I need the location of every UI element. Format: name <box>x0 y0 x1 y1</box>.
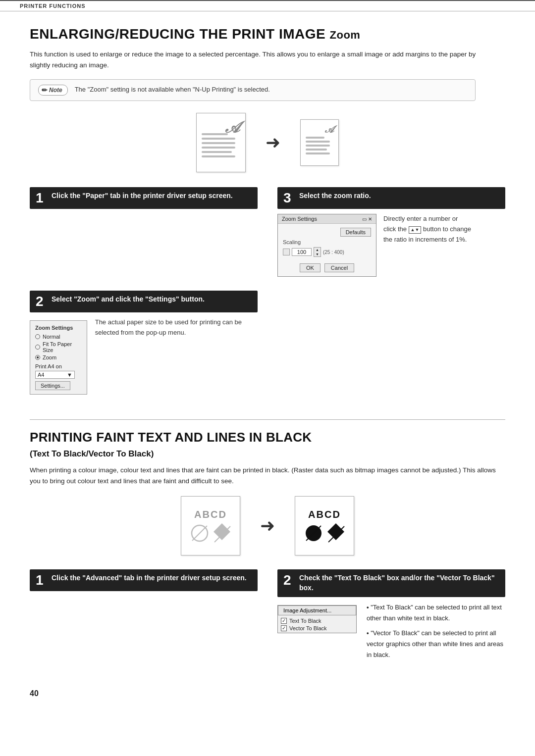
doc-line <box>306 137 324 139</box>
svg-rect-6 <box>327 523 344 540</box>
print-label: Print A4 on <box>35 363 82 369</box>
range-text: (25 : 400) <box>323 250 344 255</box>
note-box: ✏ Note The "Zoom" setting is not availab… <box>30 79 476 101</box>
zoom-dialog-title: Zoom Settings <box>282 216 317 222</box>
step3-description: Directly enter a number or click the ▲▼ … <box>383 214 471 245</box>
step1-title: Click the "Paper" tab in the printer dri… <box>52 191 233 201</box>
ok-btn[interactable]: OK <box>300 263 321 272</box>
radio-zoom <box>35 355 40 360</box>
spin-arrows[interactable]: ▲ ▼ <box>314 247 321 257</box>
doc-line <box>202 133 228 135</box>
section2-subtitle: (Text To Black/Vector To Black) <box>30 449 505 459</box>
step2-header: 2 Select "Zoom" and click the "Settings"… <box>30 291 258 312</box>
select-arrow: ▼ <box>67 372 72 378</box>
step1-header: 1 Click the "Paper" tab in the printer d… <box>30 187 258 209</box>
step3-block: 3 Select the zoom ratio. Zoom Settings ▭… <box>277 187 505 281</box>
diamond-faint-svg <box>214 523 231 543</box>
vector-to-black-label: Vector To Black <box>289 625 327 631</box>
page-content: ENLARGING/REDUCING THE PRINT IMAGE Zoom … <box>0 11 535 718</box>
image-adjustment-btn[interactable]: Image Adjustment... <box>278 605 356 615</box>
circle-dark-svg <box>304 523 323 543</box>
abcd-after-icons <box>304 523 345 543</box>
spin-icon-inline: ▲▼ <box>409 226 422 234</box>
s2-step2-header: 2 Check the "Text To Black" box and/or t… <box>277 569 505 597</box>
diamond-faint <box>214 523 231 543</box>
arrow-abcd-icon: ➜ <box>260 515 275 536</box>
step2-title: Select "Zoom" and click the "Settings" b… <box>52 295 205 304</box>
doc-line <box>202 138 235 140</box>
spin-up[interactable]: ▲ <box>314 248 321 252</box>
doc-line <box>202 142 235 144</box>
bullet1: "Text To Black" can be selected to print… <box>367 602 505 624</box>
circle-dark <box>304 523 323 543</box>
s2-step2-number: 2 <box>283 573 293 587</box>
zoom-dialog-titlebar: Zoom Settings ▭ ✕ <box>278 214 376 224</box>
step3-title: Select the zoom ratio. <box>299 191 371 201</box>
abcd-before-icons <box>190 523 231 543</box>
radio-normal <box>35 334 40 339</box>
note-text: The "Zoom" setting is not available when… <box>75 85 270 95</box>
diagram-area: 𝒜 ➜ 𝒜 <box>30 113 505 172</box>
steps-grid: 1 Click the "Paper" tab in the printer d… <box>30 187 505 404</box>
checkbox-vector-to-black[interactable]: ✓ <box>281 625 287 631</box>
abcd-before-box: ABCD <box>181 496 240 555</box>
s2-step1-title: Click the "Advanced" tab in the printer … <box>52 573 247 583</box>
settings-button[interactable]: Settings... <box>35 381 70 390</box>
radio-fit <box>35 345 40 350</box>
s2-step1-number: 1 <box>36 573 46 587</box>
doc-line <box>306 141 330 143</box>
step2-number: 2 <box>36 295 46 308</box>
top-bar: PRINTER FUNCTIONS <box>0 0 535 11</box>
s2-step2-title: Check the "Text To Black" box and/or the… <box>299 573 499 593</box>
option-fit-row: Fit To Paper Size <box>35 341 82 353</box>
scaling-row: 100 ▲ ▼ (25 : 400) <box>283 247 371 257</box>
doc-lines-after <box>306 137 332 154</box>
abcd-after-text: ABCD <box>308 509 341 520</box>
doc-letter-after: 𝒜 <box>325 124 333 135</box>
section-divider <box>30 419 505 420</box>
section1-intro: This function is used to enlarge or redu… <box>30 49 490 70</box>
doc-line <box>202 155 235 157</box>
step1-block: 1 Click the "Paper" tab in the printer d… <box>30 187 258 281</box>
section2-steps-grid: 1 Click the "Advanced" tab in the printe… <box>30 569 505 674</box>
section1-title: ENLARGING/REDUCING THE PRINT IMAGE Zoom <box>30 26 505 42</box>
step3-header: 3 Select the zoom ratio. <box>277 187 505 209</box>
scaling-input[interactable]: 100 <box>292 248 312 256</box>
svg-rect-2 <box>214 523 230 540</box>
doc-line <box>306 152 330 154</box>
doc-line <box>306 149 327 151</box>
circle-faint-svg <box>190 523 210 543</box>
step2-description: The actual paper size to be used for pri… <box>95 317 258 338</box>
pencil-icon: ✏ <box>42 86 48 94</box>
step2-block: 2 Select "Zoom" and click the "Settings"… <box>30 291 258 395</box>
spin-down[interactable]: ▼ <box>314 252 321 256</box>
checkbox-text-to-black-row: ✓ Text To Black <box>278 618 356 624</box>
empty-cell <box>277 291 505 404</box>
dialog-controls: ▭ ✕ <box>362 216 372 222</box>
s2-step1-header: 1 Click the "Advanced" tab in the printe… <box>30 569 258 591</box>
zoom-dialog-body: Defaults Scaling 100 ▲ ▼ (25 : 400) <box>278 224 376 261</box>
cancel-btn[interactable]: Cancel <box>324 263 354 272</box>
doc-line <box>306 145 330 147</box>
doc-line <box>202 151 232 153</box>
s2-step2-content: Image Adjustment... ✓ Text To Black ✓ Ve… <box>277 602 505 664</box>
defaults-btn[interactable]: Defaults <box>340 228 371 237</box>
zoom-settings-ui: Zoom Settings Normal Fit To Paper Size Z… <box>30 320 87 395</box>
checkbox-text-to-black[interactable]: ✓ <box>281 618 287 624</box>
note-badge: ✏ Note <box>38 85 68 96</box>
scaling-label: Scaling <box>283 239 371 245</box>
zoom-settings-title: Zoom Settings <box>35 325 82 331</box>
diamond-dark <box>327 523 345 543</box>
step1-number: 1 <box>36 191 46 205</box>
paper-select[interactable]: A4 ▼ <box>35 371 75 379</box>
s2-step1-block: 1 Click the "Advanced" tab in the printe… <box>30 569 258 664</box>
section2-title: PRINTING FAINT TEXT AND LINES IN BLACK <box>30 430 505 445</box>
option-normal-row: Normal <box>35 334 82 340</box>
circle-faint <box>190 523 210 543</box>
doc-before: 𝒜 <box>196 113 246 172</box>
img-adj-ui: Image Adjustment... ✓ Text To Black ✓ Ve… <box>277 605 357 633</box>
arrow-right-icon: ➜ <box>266 132 280 153</box>
abcd-after-box: ABCD <box>295 496 354 555</box>
scale-img-icon <box>283 249 290 255</box>
doc-after: 𝒜 <box>300 119 339 166</box>
